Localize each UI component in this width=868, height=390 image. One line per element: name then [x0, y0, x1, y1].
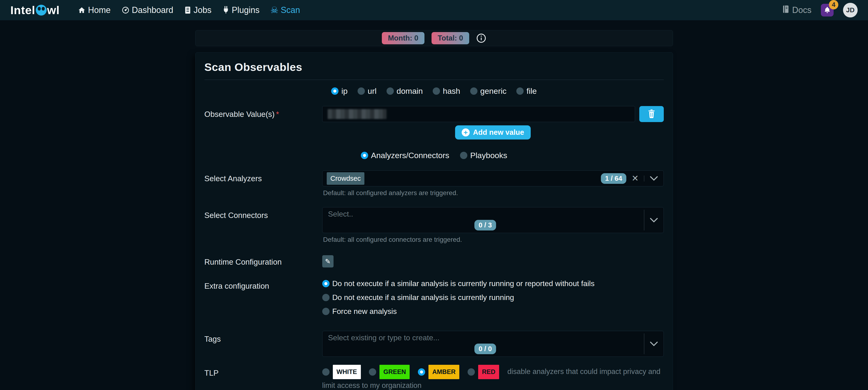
- chevron-down-icon[interactable]: [648, 176, 659, 181]
- radio-selected-icon[interactable]: [322, 280, 330, 287]
- chevron-down-icon[interactable]: [648, 217, 659, 223]
- tlp-green-chip: GREEN: [379, 365, 410, 379]
- notification-count-badge: 4: [829, 0, 838, 9]
- observable-type-label: ip: [341, 87, 347, 96]
- radio-selected-icon[interactable]: [418, 368, 425, 376]
- analyzers-multiselect[interactable]: Crowdsec 1 / 64 ✕: [322, 170, 664, 186]
- observable-type-url[interactable]: url: [358, 87, 377, 96]
- radio-icon[interactable]: [433, 87, 440, 95]
- radio-selected-icon[interactable]: [331, 87, 339, 95]
- tlp-amber-chip: AMBER: [429, 365, 459, 379]
- avatar[interactable]: JD: [843, 3, 858, 18]
- chevron-down-icon[interactable]: [648, 341, 659, 347]
- tags-multiselect[interactable]: Select existing or type to create... 0 /…: [322, 331, 664, 357]
- nav-item-jobs[interactable]: Jobs: [184, 5, 212, 15]
- docs-link[interactable]: Docs: [782, 5, 811, 15]
- add-new-value-button[interactable]: + Add new value: [455, 125, 531, 140]
- tags-placeholder: Select existing or type to create...: [327, 333, 644, 342]
- home-icon: [78, 6, 86, 14]
- delete-value-button[interactable]: [639, 106, 664, 122]
- scan-observables-card: Scan Observables ip url domain hash: [195, 52, 673, 390]
- extra-configuration-label: Extra configuration: [205, 278, 322, 316]
- observable-value-row: Observable Value(s)* + Add new value: [205, 106, 664, 140]
- runtime-configuration-label: Runtime Configuration: [205, 254, 322, 267]
- radio-icon[interactable]: [358, 87, 365, 95]
- skull-crossbones-icon: ☠: [271, 6, 278, 14]
- tlp-red-chip: RED: [478, 365, 499, 379]
- extra-config-option-no-repeat-reported[interactable]: Do not execute if a similar analysis is …: [322, 279, 664, 288]
- radio-icon[interactable]: [386, 87, 394, 95]
- radio-icon[interactable]: [470, 87, 477, 95]
- book-icon: [782, 5, 789, 15]
- observable-type-generic[interactable]: generic: [470, 87, 507, 96]
- radio-icon[interactable]: [468, 368, 475, 376]
- tlp-row: TLP WHITE GREEN AMBER RED dis: [205, 365, 664, 390]
- nav-item-scan[interactable]: ☠ Scan: [271, 5, 300, 15]
- tlp-option-white[interactable]: WHITE: [322, 365, 361, 379]
- observable-type-file[interactable]: file: [516, 87, 536, 96]
- observable-value-label: Observable Value(s)*: [205, 106, 322, 140]
- notifications-button[interactable]: 4: [821, 4, 834, 17]
- radio-icon[interactable]: [516, 87, 524, 95]
- radio-icon[interactable]: [322, 368, 330, 376]
- observable-type-label: file: [526, 87, 536, 96]
- required-asterisk: *: [276, 110, 279, 119]
- radio-icon[interactable]: [322, 308, 330, 315]
- observable-type-domain[interactable]: domain: [386, 87, 423, 96]
- edit-runtime-config-button[interactable]: ✎: [322, 255, 334, 267]
- plug-icon: [222, 6, 229, 14]
- brand-logo[interactable]: Intel wl: [10, 3, 60, 17]
- extra-config-option-force-new[interactable]: Force new analysis: [322, 307, 664, 316]
- observable-type-label: hash: [443, 87, 460, 96]
- plus-icon: +: [462, 128, 470, 137]
- total-count-badge: Total: 0: [432, 32, 469, 44]
- observable-value-input[interactable]: [322, 106, 635, 122]
- brand-text-wl: wl: [47, 3, 60, 17]
- select-separator: [644, 210, 644, 231]
- tlp-option-red[interactable]: RED: [468, 365, 499, 379]
- connectors-count-badge: 0 / 3: [474, 220, 496, 231]
- select-connectors-row: Select Connectors Select.. 0 / 3 Default…: [205, 207, 664, 243]
- select-analyzers-label: Select Analyzers: [205, 170, 322, 197]
- extra-config-option-no-repeat-running[interactable]: Do not execute if a similar analysis is …: [322, 293, 664, 302]
- pencil-icon: ✎: [325, 258, 331, 265]
- page-title: Scan Observables: [205, 61, 664, 73]
- nav-item-dashboard[interactable]: Dashboard: [122, 5, 174, 15]
- dashboard-gauge-icon: [122, 6, 129, 14]
- mode-playbooks[interactable]: Playbooks: [460, 151, 507, 160]
- runtime-configuration-row: Runtime Configuration ✎: [205, 254, 664, 267]
- tags-label: Tags: [205, 331, 322, 357]
- observable-type-ip[interactable]: ip: [331, 87, 347, 96]
- nav-item-label: Scan: [281, 5, 300, 15]
- radio-selected-icon[interactable]: [361, 152, 368, 159]
- nav-item-home[interactable]: Home: [78, 5, 111, 15]
- nav-items: Home Dashboard Jobs Plugins ☠ Scan: [78, 5, 300, 15]
- radio-icon[interactable]: [460, 152, 467, 159]
- extra-config-label: Force new analysis: [332, 307, 397, 316]
- info-icon[interactable]: [476, 33, 486, 43]
- analyzers-count-badge: 1 / 64: [601, 173, 626, 184]
- tlp-white-chip: WHITE: [333, 365, 361, 379]
- clear-x-icon[interactable]: ✕: [630, 174, 640, 183]
- tlp-label: TLP: [205, 365, 322, 390]
- tags-count-badge: 0 / 0: [474, 343, 496, 354]
- nav-item-plugins[interactable]: Plugins: [222, 5, 259, 15]
- nav-item-label: Plugins: [232, 5, 259, 15]
- mode-analyzers-connectors[interactable]: Analyzers/Connectors: [361, 151, 450, 160]
- extra-config-label: Do not execute if a similar analysis is …: [332, 293, 514, 302]
- selected-analyzer-chip[interactable]: Crowdsec: [327, 172, 365, 185]
- select-separator: [644, 176, 644, 181]
- radio-icon[interactable]: [369, 368, 376, 376]
- connectors-multiselect[interactable]: Select.. 0 / 3: [322, 207, 664, 233]
- jobs-list-icon: [184, 6, 191, 14]
- tlp-option-amber[interactable]: AMBER: [418, 365, 459, 379]
- extra-configuration-row: Extra configuration Do not execute if a …: [205, 278, 664, 316]
- top-navbar: Intel wl Home Dashboard Jobs: [0, 0, 868, 20]
- observable-type-hash[interactable]: hash: [433, 87, 460, 96]
- observable-type-group: ip url domain hash generic file: [205, 87, 664, 96]
- select-analyzers-row: Select Analyzers Crowdsec 1 / 64 ✕: [205, 170, 664, 197]
- connectors-helper-text: Default: all configured connectors are t…: [322, 236, 664, 243]
- tlp-option-green[interactable]: GREEN: [369, 365, 410, 379]
- trash-icon: [648, 109, 655, 119]
- radio-icon[interactable]: [322, 294, 330, 301]
